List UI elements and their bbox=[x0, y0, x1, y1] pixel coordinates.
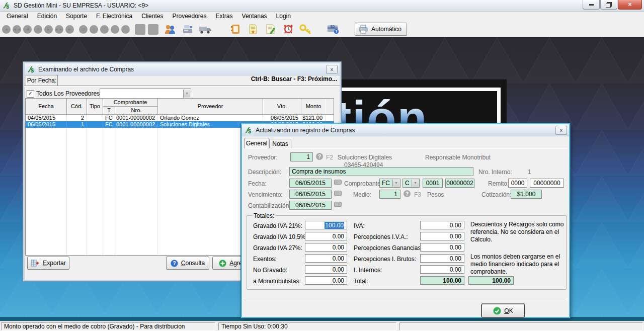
no-gravado-field[interactable]: 0.00 bbox=[305, 265, 347, 274]
help-circle-icon[interactable]: ? bbox=[404, 190, 411, 197]
exentos-field[interactable]: 0.00 bbox=[305, 254, 347, 263]
contabilizacion-field[interactable]: 06/05/2015 bbox=[289, 201, 332, 210]
nav-next-button[interactable]: ► bbox=[44, 25, 53, 34]
calendar-icon[interactable] bbox=[334, 202, 342, 207]
medio-field[interactable]: 1 bbox=[379, 190, 400, 199]
address-book-icon[interactable] bbox=[229, 23, 242, 35]
total-label: Percepciones I. Brutos: bbox=[354, 256, 416, 263]
col-header-vto[interactable]: Vto. bbox=[263, 99, 301, 115]
update-dialog-titlebar[interactable]: $ Actualizando un registro de Compras × bbox=[242, 124, 569, 136]
menu-proveedores[interactable]: Proveedores bbox=[168, 12, 211, 21]
svg-text:$: $ bbox=[248, 128, 251, 134]
nav-next-page-button[interactable]: ►► bbox=[55, 25, 63, 34]
menu-clientes[interactable]: Clientes bbox=[137, 12, 168, 21]
col-header-monto[interactable]: Monto bbox=[301, 99, 326, 115]
record-post-button[interactable] bbox=[111, 25, 119, 34]
export-button[interactable]: Exportar bbox=[27, 257, 69, 270]
invoice-icon[interactable]: ★ bbox=[247, 23, 260, 35]
cell-monto: $121.00 bbox=[301, 115, 326, 121]
sd-help-icon[interactable]: SD? bbox=[327, 23, 340, 35]
menu-f-electronica[interactable]: F. Electrónica bbox=[92, 12, 137, 21]
nav-search-button[interactable]: ? bbox=[34, 25, 42, 34]
col-header-fecha[interactable]: Fecha bbox=[26, 99, 67, 115]
col-header-nro[interactable]: Nro. bbox=[115, 107, 158, 115]
edit-note-icon[interactable] bbox=[264, 23, 277, 35]
menu-edicion[interactable]: Edición bbox=[33, 12, 61, 21]
tab-notas[interactable]: Notas bbox=[269, 139, 291, 149]
percepciones-iva-field[interactable]: 0.00 bbox=[420, 232, 464, 240]
chevron-down-icon[interactable]: ▼ bbox=[412, 180, 419, 187]
comprobante-nro-field[interactable]: 00000002 bbox=[445, 179, 474, 188]
cotizacion-field[interactable]: $1.000 bbox=[511, 190, 542, 199]
vencimiento-field[interactable]: 06/05/2015 bbox=[289, 190, 332, 199]
tab-por-fecha[interactable]: Por Fecha: bbox=[26, 75, 58, 86]
consult-label: Consulta bbox=[181, 260, 205, 267]
truck-icon[interactable] bbox=[199, 23, 212, 35]
cell-cod: 1 bbox=[67, 121, 87, 128]
internos-field[interactable]: 0.00 bbox=[420, 265, 464, 274]
menu-login[interactable]: Login bbox=[272, 12, 295, 21]
all-providers-checkbox[interactable]: ✓ bbox=[27, 90, 34, 98]
comprobante-pos-field[interactable]: 0001 bbox=[423, 179, 443, 188]
ok-button[interactable]: OK bbox=[481, 304, 525, 317]
tab-general[interactable]: General bbox=[244, 138, 269, 149]
col-header-cod[interactable]: Cód. bbox=[67, 99, 87, 115]
menu-extras[interactable]: Extras bbox=[211, 12, 237, 21]
percepciones-brutos-field[interactable]: 0.00 bbox=[420, 254, 464, 263]
total-medio-field: 100.00 bbox=[468, 276, 514, 285]
table-row[interactable]: 04/05/2015 2 FC 0001-00000002 Orlando Go… bbox=[26, 115, 334, 121]
export-icon bbox=[31, 260, 40, 267]
col-header-proveedor[interactable]: Proveedor bbox=[158, 99, 263, 115]
iva-field[interactable]: 0.00 bbox=[420, 221, 464, 229]
remito-nro-field[interactable]: 00000000 bbox=[530, 179, 564, 188]
consult-button[interactable]: ? Consulta bbox=[166, 257, 209, 270]
col-header-comprobante[interactable]: Comprobante bbox=[103, 99, 158, 107]
comprobante-letter-combo[interactable]: C▼ bbox=[403, 179, 420, 188]
percepciones-ganancias-field[interactable]: 0.00 bbox=[420, 243, 464, 252]
menu-general[interactable]: General bbox=[2, 12, 33, 21]
cash-register-icon[interactable] bbox=[181, 23, 194, 35]
chevron-down-icon[interactable]: ▼ bbox=[183, 90, 190, 98]
nav-prev-page-button[interactable]: ◄◄ bbox=[13, 25, 21, 34]
toolbar-square-button-2[interactable] bbox=[148, 24, 158, 35]
users-icon[interactable] bbox=[164, 23, 177, 35]
gravado-105-field[interactable]: 0.00 bbox=[305, 232, 347, 240]
nav-last-button[interactable]: ► bbox=[65, 25, 74, 34]
alarm-clock-icon[interactable] bbox=[282, 23, 295, 35]
record-cancel-button[interactable] bbox=[121, 25, 130, 34]
medio-label: Medio: bbox=[353, 191, 371, 198]
chevron-down-icon[interactable]: ▼ bbox=[392, 180, 399, 187]
menu-soporte[interactable]: Soporte bbox=[61, 12, 92, 21]
comprobante-type-combo[interactable]: FC▼ bbox=[379, 179, 400, 188]
proveedor-field[interactable]: 1 bbox=[290, 152, 313, 161]
calendar-icon[interactable] bbox=[334, 180, 342, 185]
monotributistas-field[interactable]: 0.00 bbox=[305, 276, 347, 285]
fecha-field[interactable]: 06/05/2015 bbox=[289, 179, 332, 188]
minimize-button[interactable] bbox=[583, 0, 600, 10]
key-icon[interactable] bbox=[299, 23, 312, 35]
calendar-icon[interactable] bbox=[334, 191, 342, 196]
provider-combobox[interactable]: ▼ bbox=[100, 89, 191, 99]
gravado-21-field[interactable]: 100.00 bbox=[305, 221, 347, 229]
total-field: 100.00 bbox=[420, 276, 464, 285]
restore-button[interactable] bbox=[600, 0, 617, 10]
record-insert-button[interactable]: ↓ bbox=[90, 25, 98, 34]
descripcion-field[interactable]: Compra de insumos bbox=[289, 167, 473, 176]
browse-close-icon[interactable]: × bbox=[326, 65, 338, 74]
menu-ventanas[interactable]: Ventanas bbox=[237, 12, 272, 21]
record-refresh-button[interactable]: ↺ bbox=[79, 25, 88, 34]
total-label: IVA: bbox=[354, 222, 365, 229]
help-circle-icon[interactable]: ? bbox=[316, 153, 323, 160]
toolbar-square-button-1[interactable] bbox=[135, 24, 145, 35]
nav-first-button[interactable]: ◄ bbox=[2, 25, 11, 34]
proveedor-name: Soluciones Digitales bbox=[338, 154, 392, 161]
gravado-27-field[interactable]: 0.00 bbox=[305, 243, 347, 252]
remito-pos-field[interactable]: 0000 bbox=[508, 179, 527, 188]
auto-print-button[interactable]: Automático bbox=[355, 23, 407, 36]
nav-prev-button[interactable]: ◄ bbox=[23, 25, 32, 34]
col-header-t[interactable]: T bbox=[103, 107, 115, 115]
col-header-tipo[interactable]: Tipo bbox=[87, 99, 103, 115]
record-edit-button[interactable] bbox=[100, 25, 109, 34]
update-close-icon[interactable]: × bbox=[555, 126, 567, 135]
close-button[interactable]: × bbox=[618, 0, 642, 10]
